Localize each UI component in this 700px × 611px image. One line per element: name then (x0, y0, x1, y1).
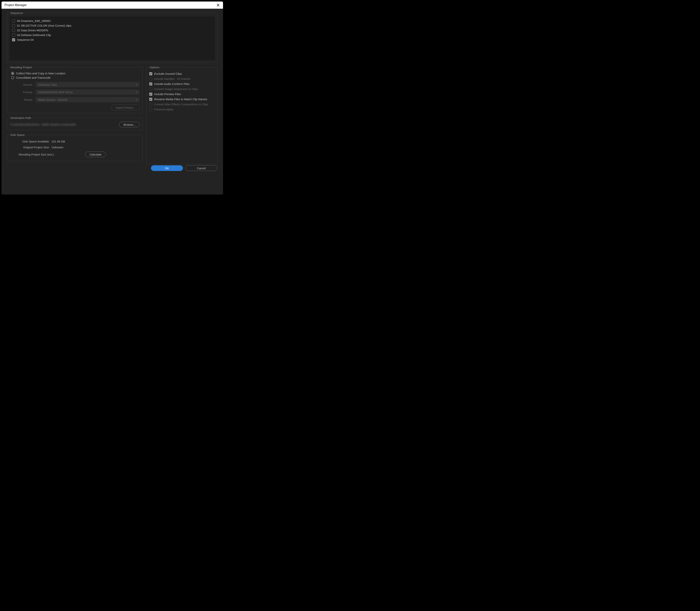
sequence-label: 02 Data Driven MOGRTs (17, 29, 48, 32)
source-row: Source: Individual Clips (10, 82, 140, 87)
option-label: Include Preview Files (154, 92, 181, 96)
disk-orig-label: Original Project Size: (10, 146, 51, 149)
options-group: Options Exclude Unused Clips Include Han… (146, 66, 217, 164)
radio-label: Collect Files and Copy to New Location (16, 72, 65, 75)
source-label: Source: (14, 83, 35, 86)
select-value: Individual Clips (38, 83, 57, 86)
checkbox (149, 108, 152, 111)
checkbox (149, 88, 152, 91)
sequence-item[interactable]: 01 SELECTIVE COLOR (Hue Curves) clips (12, 23, 212, 28)
disk-result-label: Resulting Project Size (est.): (10, 153, 56, 156)
close-icon[interactable] (217, 4, 220, 6)
window-title: Project Manager (4, 3, 27, 7)
option-label: Convert Image Sequences to Clips (154, 87, 198, 91)
option-include-handles: Include Handles: 25 Frames (149, 76, 214, 81)
sequence-item[interactable]: 00 Dreamers_Edit_180831 (12, 18, 212, 23)
option-label: Exclude Unused Clips (154, 72, 182, 75)
disk-avail-label: Disk Space Available: (10, 140, 51, 143)
radio-button[interactable] (11, 76, 14, 79)
option-preserve-alpha: Preserve Alpha (149, 107, 214, 112)
destination-path-text: C:\Users\[user]\OneDrive - Adobe Systems… (10, 123, 76, 126)
browse-button[interactable]: Browse... (119, 122, 140, 128)
sequence-legend: Sequence (10, 11, 24, 15)
option-label: Preserve Alpha (154, 108, 174, 111)
preset-row: Preset: Match Source - DNxHD (10, 97, 140, 103)
option-convert-image-seq: Convert Image Sequences to Clips (149, 86, 214, 91)
checkbox (149, 77, 152, 80)
checkbox[interactable] (149, 72, 152, 75)
radio-label: Consolidate and Transcode (16, 76, 50, 79)
format-select[interactable]: DNxHR/DNxHD MXF OP1a (35, 89, 140, 95)
resulting-legend: Resulting Project (10, 66, 33, 69)
sequence-item[interactable]: Sequence 04 (12, 38, 212, 42)
sequence-group: Sequence 00 Dreamers_Edit_180831 01 SELE… (7, 11, 217, 63)
checkbox[interactable] (12, 34, 15, 36)
destination-legend: Destination Path (10, 116, 32, 119)
left-column: Resulting Project Collect Files and Copy… (7, 66, 143, 164)
project-manager-window: Project Manager Sequence 00 Dreamers_Edi… (1, 1, 223, 195)
sequence-label: 03 DeNoise DeReverb Clip (17, 33, 51, 36)
option-label: Rename Media Files to Match Clip Names (154, 98, 207, 101)
sequence-item[interactable]: 02 Data Driven MOGRTs (12, 28, 212, 33)
source-select[interactable]: Individual Clips (35, 82, 140, 87)
right-column: Options Exclude Unused Clips Include Han… (146, 66, 217, 164)
sequence-label: 00 Dreamers_Edit_180831 (17, 19, 51, 23)
destination-group: Destination Path C:\Users\[user]\OneDriv… (7, 116, 143, 130)
option-rename-media[interactable]: Rename Media Files to Match Clip Names (149, 96, 214, 102)
format-row: Format: DNxHR/DNxHD MXF OP1a (10, 89, 140, 95)
option-include-preview[interactable]: Include Preview Files (149, 91, 214, 96)
checkbox[interactable] (12, 19, 15, 23)
option-convert-ae-comps: Convert After Effects Compositions to Cl… (149, 102, 214, 107)
options-legend: Options (149, 66, 161, 69)
option-exclude-unused[interactable]: Exclude Unused Clips (149, 71, 214, 76)
checkbox[interactable] (149, 83, 152, 86)
option-label: Include Handles: 25 Frames (154, 77, 190, 80)
disk-avail-value: 101.49 GB (51, 140, 65, 143)
import-preset-button[interactable]: Import Preset... (111, 105, 140, 110)
format-label: Format: (14, 91, 35, 94)
option-label: Include Audio Conform Files (154, 82, 190, 86)
disk-space-group: Disk Space Disk Space Available: 101.49 … (7, 133, 143, 161)
checkbox[interactable] (12, 38, 15, 41)
sequence-list: 00 Dreamers_Edit_180831 01 SELECTIVE COL… (10, 17, 214, 60)
option-audio-conform[interactable]: Include Audio Conform Files (149, 81, 214, 86)
disk-orig-value: Unknown (51, 146, 63, 149)
resulting-project-group: Resulting Project Collect Files and Copy… (7, 66, 143, 113)
checkbox[interactable] (149, 98, 152, 101)
sequence-item[interactable]: 03 DeNoise DeReverb Clip (12, 33, 212, 38)
radio-consolidate[interactable]: Consolidate and Transcode (10, 75, 140, 80)
select-value: Match Source - DNxHD (38, 98, 68, 101)
main-columns: Resulting Project Collect Files and Copy… (7, 66, 217, 164)
ok-button[interactable]: OK (151, 165, 183, 171)
radio-button[interactable] (11, 72, 14, 75)
dialog-body: Sequence 00 Dreamers_Edit_180831 01 SELE… (1, 9, 223, 195)
checkbox[interactable] (12, 29, 15, 32)
checkbox[interactable] (149, 93, 152, 96)
preset-label: Preset: (14, 98, 35, 101)
checkbox (149, 103, 152, 106)
cancel-button[interactable]: Cancel (185, 165, 217, 171)
select-value: DNxHR/DNxHD MXF OP1a (38, 91, 73, 94)
sequence-label: Sequence 04 (17, 38, 33, 41)
dialog-footer: OK Cancel (7, 164, 217, 171)
sequence-label: 01 SELECTIVE COLOR (Hue Curves) clips (17, 24, 71, 27)
checkbox[interactable] (12, 24, 15, 27)
option-label: Convert After Effects Compositions to Cl… (154, 103, 208, 106)
preset-select[interactable]: Match Source - DNxHD (35, 97, 140, 103)
disk-legend: Disk Space (10, 133, 26, 136)
calculate-button[interactable]: Calculate (85, 151, 106, 157)
radio-collect[interactable]: Collect Files and Copy to New Location (10, 71, 140, 75)
titlebar: Project Manager (1, 1, 223, 9)
